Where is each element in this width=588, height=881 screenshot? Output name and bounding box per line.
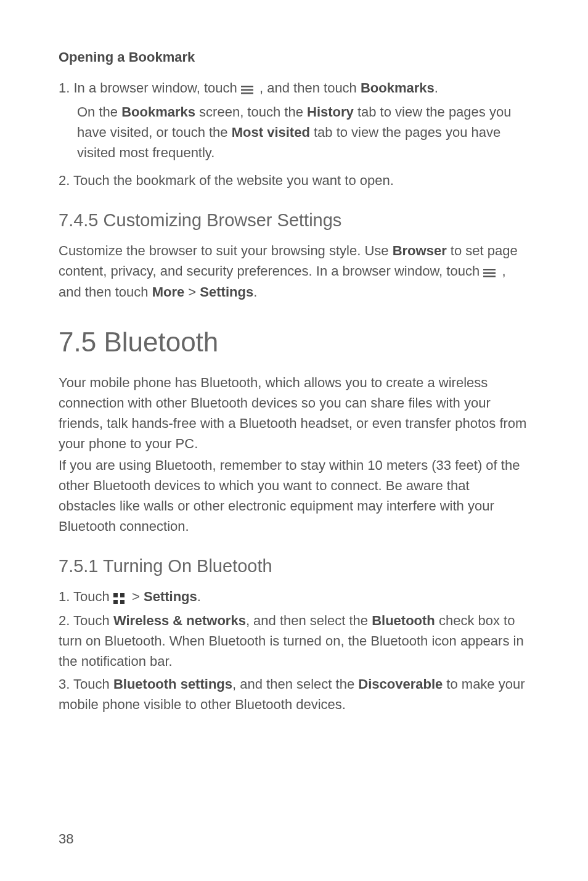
bluetooth-para1: Your mobile phone has Bluetooth, which a… [59,372,529,454]
text: , and then touch [259,80,361,96]
text: 1. In a browser window, touch [59,80,241,96]
text-bold: Bookmarks [121,104,195,120]
menu-icon [483,261,498,282]
page-number: 38 [59,831,73,847]
svg-rect-4 [483,272,496,274]
svg-rect-2 [241,92,253,94]
text: Customize the browser to suit your brows… [59,243,393,258]
opening-bookmark-sub: On the Bookmarks screen, touch the Histo… [59,102,529,163]
text: , and then select the [232,676,358,692]
svg-rect-8 [113,600,118,604]
customizing-heading: 7.4.5 Customizing Browser Settings [59,210,529,231]
menu-icon [241,79,256,99]
svg-rect-3 [483,269,496,271]
text-bold: Bluetooth settings [113,676,232,692]
svg-rect-1 [241,89,253,91]
text-bold: Wireless & networks [113,613,246,628]
customizing-paragraph: Customize the browser to suit your brows… [59,240,529,303]
text-bold: Browser [393,243,447,258]
text: 3. Touch [59,676,113,692]
text: On the [77,104,121,120]
text-bold: Discoverable [358,676,443,692]
text: . [435,80,438,96]
text: > [132,589,144,604]
text-bold: Most visited [232,125,310,140]
bluetooth-heading: 7.5 Bluetooth [59,327,529,358]
svg-rect-7 [120,593,125,597]
text-bold: History [307,104,354,120]
svg-rect-9 [120,600,125,604]
svg-rect-5 [483,276,496,277]
turning-on-step1: 1. Touch > Settings. [59,586,529,608]
apps-icon [113,588,128,608]
opening-bookmark-step2: 2. Touch the bookmark of the website you… [59,170,529,191]
svg-rect-0 [241,86,253,88]
text-bold: Bookmarks [361,80,435,96]
text: . [197,589,201,604]
opening-bookmark-step1: 1. In a browser window, touch , and then… [59,78,529,99]
bluetooth-para2: If you are using Bluetooth, remember to … [59,455,529,536]
text: , and then select the [246,613,372,628]
svg-rect-6 [113,593,118,597]
text-bold: Bluetooth [372,613,435,628]
text: screen, touch the [195,104,307,120]
text-bold: Settings [200,284,253,300]
text-bold: Settings [144,589,197,604]
text: 2. Touch [59,613,113,628]
turning-on-heading: 7.5.1 Turning On Bluetooth [59,556,529,576]
text: 1. Touch [59,589,113,604]
text: > [184,284,200,300]
turning-on-step3: 3. Touch Bluetooth settings, and then se… [59,674,529,715]
text: . [253,284,257,300]
opening-bookmark-heading: Opening a Bookmark [59,49,529,65]
text-bold: More [152,284,185,300]
turning-on-step2: 2. Touch Wireless & networks, and then s… [59,610,529,671]
